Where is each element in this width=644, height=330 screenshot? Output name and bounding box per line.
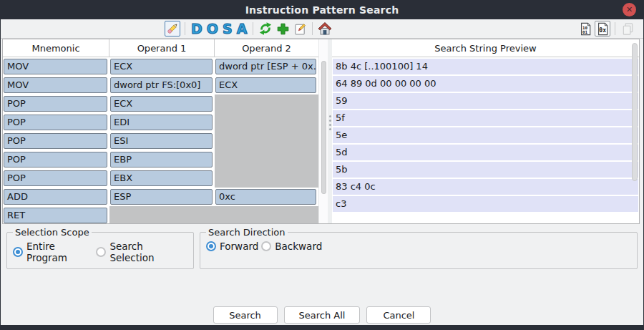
toolbar-separator (615, 22, 615, 35)
instruction-pattern-search-dialog: Instruction Pattern Search ✕ D O S (1, 0, 643, 325)
home-button[interactable] (317, 21, 333, 37)
instruction-table-scrollbar[interactable] (318, 39, 328, 223)
scrollbar-thumb[interactable] (632, 43, 638, 181)
preview-panel: Search String Preview 8b 4c [..100100] 1… (332, 39, 639, 223)
cell-mnemonic[interactable]: MOV (4, 59, 107, 74)
reload-button[interactable] (258, 21, 273, 37)
cell-mnemonic[interactable]: MOV (4, 77, 107, 93)
preview-body: 8b 4c [..100100] 1464 89 0d 00 00 00 005… (332, 57, 639, 223)
instruction-row: MOVECXdword ptr [ESP + 0x... (3, 57, 318, 76)
cancel-button[interactable]: Cancel (366, 306, 431, 324)
manual-entry-toggle-button[interactable] (165, 21, 180, 37)
cell-mnemonic[interactable]: POP (4, 115, 107, 130)
preview-row: 59 (333, 93, 638, 109)
cell-mnemonic[interactable]: POP (4, 96, 107, 112)
instruction-row: POPEBX (3, 169, 318, 188)
radio-search-selection[interactable]: Search Selection (96, 241, 185, 263)
dialog-title: Instruction Pattern Search (245, 4, 399, 16)
edit-button[interactable] (292, 21, 308, 37)
radio-selected-icon[interactable] (206, 241, 216, 251)
copy-icon (621, 22, 635, 36)
toolbar-separator (253, 22, 253, 35)
cell-operand2 (215, 169, 318, 188)
cell-operand1 (109, 206, 215, 223)
preview-row: 5f (333, 110, 638, 126)
preview-header: Search String Preview (332, 39, 639, 57)
cell-operand1[interactable]: EBX (110, 170, 213, 186)
toolbar: D O S A (1, 19, 643, 39)
cell-operand1[interactable]: ESI (110, 133, 213, 149)
radio-unselected-icon[interactable] (261, 241, 271, 251)
radio-backward[interactable]: Backward (261, 241, 322, 252)
add-button[interactable] (275, 21, 291, 37)
toolbar-letter-o-button[interactable]: O (207, 22, 218, 36)
bottom-controls: Selection Scope Entire ProgramSearch Sel… (1, 224, 643, 325)
preview-row: 5e (333, 127, 638, 143)
preview-row: 8b 4c [..100100] 14 (333, 59, 638, 74)
pencil-eraser-icon (166, 22, 179, 35)
radio-label: Search Selection (109, 241, 185, 263)
radio-label: Forward (220, 241, 258, 252)
radio-label: Backward (275, 241, 322, 252)
search-direction-options: ForwardBackward (206, 241, 631, 252)
cell-operand2 (215, 150, 318, 169)
search-all-button[interactable]: Search All (284, 306, 361, 324)
dialog-buttons: Search Search All Cancel (1, 306, 643, 324)
cell-operand2 (215, 113, 318, 132)
home-icon (318, 21, 332, 36)
cell-operand1[interactable]: ECX (110, 59, 213, 74)
hex-doc-icon: 0x (596, 22, 610, 36)
toolbar-letter-d-button[interactable]: D (191, 22, 203, 36)
instruction-row: POPEDI (3, 113, 318, 132)
svg-text:0x: 0x (599, 26, 606, 33)
preview-row: 64 89 0d 00 00 00 00 (333, 76, 638, 92)
split-handle-dots-icon (329, 115, 331, 117)
cell-mnemonic[interactable]: POP (4, 152, 107, 168)
cell-operand2[interactable]: 0xc (215, 189, 316, 205)
cell-mnemonic[interactable]: POP (4, 133, 107, 149)
instruction-row: POPEBP (3, 150, 318, 169)
cell-operand1[interactable]: dword ptr FS:[0x0] (110, 77, 213, 93)
cell-operand1[interactable]: ECX (110, 96, 213, 112)
toolbar-separator (185, 22, 185, 35)
main-split-pane: Mnemonic Operand 1 Operand 2 MOVECXdword… (2, 39, 640, 224)
cell-operand1[interactable]: EBP (110, 152, 213, 168)
cell-operand2[interactable]: ECX (215, 77, 316, 93)
selection-scope-group: Selection Scope Entire ProgramSearch Sel… (6, 227, 194, 269)
preview-scrollbar[interactable] (630, 39, 638, 223)
cell-operand2[interactable]: dword ptr [ESP + 0x... (215, 59, 316, 74)
preview-row: 5b (333, 162, 638, 178)
cell-mnemonic[interactable]: POP (4, 170, 107, 186)
refresh-icon (258, 21, 273, 36)
hex-view-button[interactable]: 0x (595, 21, 610, 37)
column-header-operand2: Operand 2 (215, 39, 318, 57)
binary-doc-icon: 10 01 (579, 22, 592, 36)
toolbar-letter-a-button[interactable]: A (237, 22, 248, 36)
plus-icon (276, 22, 290, 36)
radio-selected-icon[interactable] (13, 247, 23, 257)
instruction-row: POPESI (3, 132, 318, 150)
scrollbar-thumb[interactable] (321, 61, 326, 194)
selection-scope-options: Entire ProgramSearch Selection (13, 241, 187, 263)
copy-button[interactable] (620, 21, 635, 37)
toolbar-letter-s-button[interactable]: S (223, 22, 233, 36)
radio-entire-program[interactable]: Entire Program (13, 241, 93, 263)
cell-mnemonic[interactable]: ADD (4, 189, 107, 205)
close-button[interactable]: ✕ (623, 3, 636, 16)
radio-forward[interactable]: Forward (206, 241, 258, 252)
radio-unselected-icon[interactable] (96, 247, 106, 257)
instruction-table: Mnemonic Operand 1 Operand 2 MOVECXdword… (3, 39, 318, 223)
close-icon: ✕ (626, 6, 633, 14)
toolbar-left-group: D O S A (164, 19, 333, 38)
search-button[interactable]: Search (213, 306, 278, 324)
instruction-row: ADDESP0xc (3, 188, 318, 206)
cell-mnemonic[interactable]: RET (4, 208, 107, 223)
svg-text:01: 01 (582, 30, 587, 34)
option-groups: Selection Scope Entire ProgramSearch Sel… (6, 227, 638, 269)
cell-operand2 (215, 94, 318, 113)
cell-operand1[interactable]: ESP (110, 189, 213, 205)
binary-view-button[interactable]: 10 01 (577, 21, 593, 37)
column-header-mnemonic: Mnemonic (3, 39, 109, 57)
cell-operand1[interactable]: EDI (110, 115, 213, 130)
radio-label: Entire Program (26, 241, 93, 263)
